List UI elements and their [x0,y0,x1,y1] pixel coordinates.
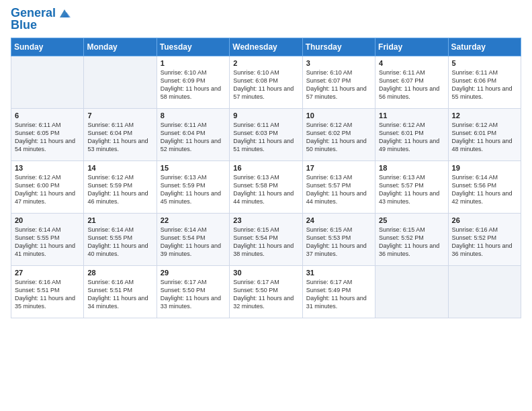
day-info: Sunrise: 6:14 AMSunset: 5:55 PMDaylight:… [15,226,80,259]
day-info: Sunrise: 6:14 AMSunset: 5:56 PMDaylight:… [452,173,517,206]
day-info: Sunrise: 6:12 AMSunset: 5:59 PMDaylight:… [87,173,152,206]
day-info: Sunrise: 6:12 AMSunset: 6:02 PMDaylight:… [306,121,371,154]
day-info: Sunrise: 6:11 AMSunset: 6:06 PMDaylight:… [452,68,517,101]
day-info: Sunrise: 6:15 AMSunset: 5:52 PMDaylight:… [379,226,444,259]
calendar-cell [11,56,84,108]
calendar-cell: 2Sunrise: 6:10 AMSunset: 6:08 PMDaylight… [230,56,302,108]
day-number: 30 [233,269,298,277]
day-info: Sunrise: 6:13 AMSunset: 5:57 PMDaylight:… [379,173,444,206]
logo-text-blue: Blue [11,19,72,32]
calendar-cell: 10Sunrise: 6:12 AMSunset: 6:02 PMDayligh… [302,108,375,161]
day-number: 2 [233,59,298,67]
day-info: Sunrise: 6:17 AMSunset: 5:50 PMDaylight:… [161,278,226,311]
day-number: 11 [379,111,444,120]
calendar-cell: 9Sunrise: 6:11 AMSunset: 6:03 PMDaylight… [230,108,302,161]
calendar-cell: 16Sunrise: 6:13 AMSunset: 5:58 PMDayligh… [230,161,302,213]
day-info: Sunrise: 6:12 AMSunset: 6:01 PMDaylight:… [379,121,444,154]
day-info: Sunrise: 6:16 AMSunset: 5:51 PMDaylight:… [15,278,80,311]
day-info: Sunrise: 6:10 AMSunset: 6:08 PMDaylight:… [233,68,298,101]
day-number: 3 [306,59,371,67]
day-number: 17 [306,164,371,172]
week-row-1: 1Sunrise: 6:10 AMSunset: 6:09 PMDaylight… [11,56,521,108]
calendar-cell: 18Sunrise: 6:13 AMSunset: 5:57 PMDayligh… [375,161,448,213]
page: General Blue SundayMondayTuesdayWednesda… [0,0,532,411]
day-number: 16 [233,164,298,172]
calendar-cell: 15Sunrise: 6:13 AMSunset: 5:59 PMDayligh… [157,161,229,213]
calendar-cell: 24Sunrise: 6:15 AMSunset: 5:53 PMDayligh… [302,213,375,265]
day-number: 9 [233,111,298,120]
logo: General Blue [11,7,72,32]
calendar-cell: 14Sunrise: 6:12 AMSunset: 5:59 PMDayligh… [84,161,157,213]
day-info: Sunrise: 6:15 AMSunset: 5:53 PMDaylight:… [306,226,371,259]
calendar-cell: 13Sunrise: 6:12 AMSunset: 6:00 PMDayligh… [11,161,84,213]
calendar-cell: 28Sunrise: 6:16 AMSunset: 5:51 PMDayligh… [84,265,157,318]
calendar-cell: 4Sunrise: 6:11 AMSunset: 6:07 PMDaylight… [375,56,448,108]
calendar-cell [448,265,521,318]
calendar-cell: 23Sunrise: 6:15 AMSunset: 5:54 PMDayligh… [230,213,302,265]
day-info: Sunrise: 6:14 AMSunset: 5:54 PMDaylight:… [161,226,226,259]
day-number: 26 [452,216,517,224]
day-number: 10 [306,111,371,120]
day-number: 21 [87,216,152,224]
day-number: 5 [452,59,517,67]
day-number: 24 [306,216,371,224]
day-number: 19 [452,164,517,172]
col-header-friday: Friday [375,38,448,56]
day-info: Sunrise: 6:10 AMSunset: 6:09 PMDaylight:… [161,68,226,101]
col-header-tuesday: Tuesday [157,38,229,56]
week-row-2: 6Sunrise: 6:11 AMSunset: 6:05 PMDaylight… [11,108,521,161]
day-info: Sunrise: 6:11 AMSunset: 6:05 PMDaylight:… [15,121,80,154]
col-header-monday: Monday [84,38,157,56]
week-row-5: 27Sunrise: 6:16 AMSunset: 5:51 PMDayligh… [11,265,521,318]
day-number: 12 [452,111,517,120]
calendar-cell: 27Sunrise: 6:16 AMSunset: 5:51 PMDayligh… [11,265,84,318]
day-number: 28 [87,269,152,277]
week-row-4: 20Sunrise: 6:14 AMSunset: 5:55 PMDayligh… [11,213,521,265]
day-number: 25 [379,216,444,224]
calendar-cell [84,56,157,108]
calendar-cell: 6Sunrise: 6:11 AMSunset: 6:05 PMDaylight… [11,108,84,161]
calendar-cell: 12Sunrise: 6:12 AMSunset: 6:01 PMDayligh… [448,108,521,161]
day-number: 7 [87,111,152,120]
day-info: Sunrise: 6:17 AMSunset: 5:50 PMDaylight:… [233,278,298,311]
calendar-cell: 7Sunrise: 6:11 AMSunset: 6:04 PMDaylight… [84,108,157,161]
calendar-cell: 8Sunrise: 6:11 AMSunset: 6:04 PMDaylight… [157,108,229,161]
day-number: 31 [306,269,371,277]
calendar-cell: 20Sunrise: 6:14 AMSunset: 5:55 PMDayligh… [11,213,84,265]
col-header-sunday: Sunday [11,38,84,56]
day-info: Sunrise: 6:13 AMSunset: 5:57 PMDaylight:… [306,173,371,206]
calendar-cell: 11Sunrise: 6:12 AMSunset: 6:01 PMDayligh… [375,108,448,161]
col-header-thursday: Thursday [302,38,375,56]
col-header-saturday: Saturday [448,38,521,56]
day-info: Sunrise: 6:11 AMSunset: 6:04 PMDaylight:… [161,121,226,154]
day-number: 15 [161,164,226,172]
calendar-cell: 25Sunrise: 6:15 AMSunset: 5:52 PMDayligh… [375,213,448,265]
header: General Blue [11,7,521,32]
day-number: 29 [161,269,226,277]
day-number: 1 [161,59,226,67]
day-info: Sunrise: 6:10 AMSunset: 6:07 PMDaylight:… [306,68,371,101]
day-info: Sunrise: 6:12 AMSunset: 6:01 PMDaylight:… [452,121,517,154]
calendar-cell: 19Sunrise: 6:14 AMSunset: 5:56 PMDayligh… [448,161,521,213]
day-number: 4 [379,59,444,67]
calendar-cell: 21Sunrise: 6:14 AMSunset: 5:55 PMDayligh… [84,213,157,265]
day-info: Sunrise: 6:12 AMSunset: 6:00 PMDaylight:… [15,173,80,206]
calendar-cell [375,265,448,318]
day-number: 6 [15,111,80,120]
day-number: 27 [15,269,80,277]
calendar-cell: 22Sunrise: 6:14 AMSunset: 5:54 PMDayligh… [157,213,229,265]
calendar-cell: 26Sunrise: 6:16 AMSunset: 5:52 PMDayligh… [448,213,521,265]
calendar-cell: 1Sunrise: 6:10 AMSunset: 6:09 PMDaylight… [157,56,229,108]
day-info: Sunrise: 6:11 AMSunset: 6:04 PMDaylight:… [87,121,152,154]
header-row: SundayMondayTuesdayWednesdayThursdayFrid… [11,38,521,56]
calendar-cell: 5Sunrise: 6:11 AMSunset: 6:06 PMDaylight… [448,56,521,108]
day-info: Sunrise: 6:13 AMSunset: 5:59 PMDaylight:… [161,173,226,206]
col-header-wednesday: Wednesday [230,38,302,56]
calendar-cell: 3Sunrise: 6:10 AMSunset: 6:07 PMDaylight… [302,56,375,108]
day-info: Sunrise: 6:14 AMSunset: 5:55 PMDaylight:… [87,226,152,259]
day-info: Sunrise: 6:11 AMSunset: 6:03 PMDaylight:… [233,121,298,154]
day-info: Sunrise: 6:17 AMSunset: 5:49 PMDaylight:… [306,278,371,311]
day-number: 8 [161,111,226,120]
day-info: Sunrise: 6:16 AMSunset: 5:52 PMDaylight:… [452,226,517,259]
day-number: 20 [15,216,80,224]
